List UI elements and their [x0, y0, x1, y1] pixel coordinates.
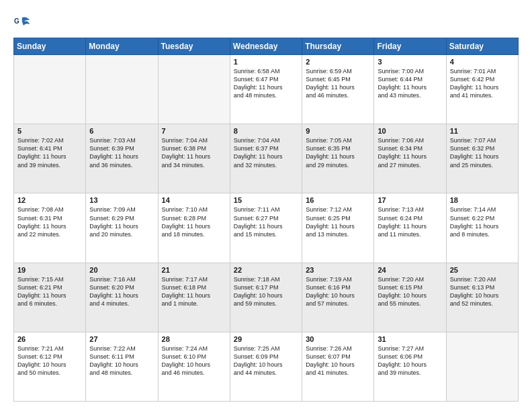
calendar-cell: 17Sunrise: 7:13 AM Sunset: 6:24 PM Dayli… [374, 193, 446, 263]
day-number: 23 [306, 266, 370, 274]
weekday-sunday: Sunday [14, 38, 86, 55]
calendar-cell: 23Sunrise: 7:19 AM Sunset: 6:16 PM Dayli… [302, 263, 374, 332]
calendar-cell: 26Sunrise: 7:21 AM Sunset: 6:12 PM Dayli… [14, 332, 86, 401]
calendar-cell: 4Sunrise: 7:01 AM Sunset: 6:42 PM Daylig… [446, 55, 518, 124]
day-number: 11 [450, 127, 515, 135]
day-info: Sunrise: 6:59 AM Sunset: 6:45 PM Dayligh… [306, 67, 370, 100]
week-row-3: 12Sunrise: 7:08 AM Sunset: 6:31 PM Dayli… [14, 193, 519, 263]
day-info: Sunrise: 7:19 AM Sunset: 6:16 PM Dayligh… [306, 275, 370, 308]
day-number: 16 [306, 196, 370, 204]
day-number: 30 [306, 335, 370, 343]
day-info: Sunrise: 7:13 AM Sunset: 6:24 PM Dayligh… [378, 205, 442, 238]
day-number: 7 [162, 127, 226, 135]
weekday-thursday: Thursday [302, 38, 374, 55]
day-info: Sunrise: 7:15 AM Sunset: 6:21 PM Dayligh… [17, 275, 82, 308]
calendar-cell: 28Sunrise: 7:24 AM Sunset: 6:10 PM Dayli… [158, 332, 230, 401]
day-number: 19 [17, 266, 82, 274]
calendar-cell: 31Sunrise: 7:27 AM Sunset: 6:06 PM Dayli… [374, 332, 446, 401]
calendar-cell: 25Sunrise: 7:20 AM Sunset: 6:13 PM Dayli… [446, 263, 518, 332]
calendar-cell [158, 55, 230, 124]
day-number: 18 [450, 196, 515, 204]
calendar-cell: 2Sunrise: 6:59 AM Sunset: 6:45 PM Daylig… [302, 55, 374, 124]
day-info: Sunrise: 7:07 AM Sunset: 6:32 PM Dayligh… [450, 136, 515, 169]
page: G SundayMondayTuesdayWednesdayThursdayFr… [0, 0, 532, 411]
calendar-cell: 15Sunrise: 7:11 AM Sunset: 6:27 PM Dayli… [230, 193, 302, 263]
calendar-cell: 1Sunrise: 6:58 AM Sunset: 6:47 PM Daylig… [230, 55, 302, 124]
logo: G [13, 15, 33, 32]
day-info: Sunrise: 7:06 AM Sunset: 6:34 PM Dayligh… [378, 136, 442, 169]
day-info: Sunrise: 7:27 AM Sunset: 6:06 PM Dayligh… [378, 345, 442, 377]
day-info: Sunrise: 7:09 AM Sunset: 6:29 PM Dayligh… [89, 205, 154, 238]
weekday-saturday: Saturday [446, 38, 518, 55]
day-number: 20 [89, 266, 154, 274]
calendar-cell: 27Sunrise: 7:22 AM Sunset: 6:11 PM Dayli… [86, 332, 158, 401]
day-number: 8 [234, 127, 298, 135]
day-number: 12 [17, 196, 82, 204]
calendar-cell: 7Sunrise: 7:04 AM Sunset: 6:38 PM Daylig… [158, 124, 230, 193]
day-number: 26 [17, 335, 82, 343]
calendar-cell: 24Sunrise: 7:20 AM Sunset: 6:15 PM Dayli… [374, 263, 446, 332]
day-info: Sunrise: 7:16 AM Sunset: 6:20 PM Dayligh… [89, 275, 154, 308]
day-number: 27 [89, 335, 154, 343]
day-number: 14 [162, 196, 226, 204]
day-info: Sunrise: 7:20 AM Sunset: 6:13 PM Dayligh… [450, 275, 515, 308]
day-info: Sunrise: 7:26 AM Sunset: 6:07 PM Dayligh… [306, 345, 370, 377]
week-row-2: 5Sunrise: 7:02 AM Sunset: 6:41 PM Daylig… [14, 124, 519, 193]
day-number: 10 [378, 127, 442, 135]
day-info: Sunrise: 7:11 AM Sunset: 6:27 PM Dayligh… [234, 205, 298, 238]
day-number: 28 [162, 335, 226, 343]
day-number: 29 [234, 335, 298, 343]
day-info: Sunrise: 7:00 AM Sunset: 6:44 PM Dayligh… [378, 67, 442, 100]
header: G [13, 12, 519, 32]
calendar-cell: 13Sunrise: 7:09 AM Sunset: 6:29 PM Dayli… [86, 193, 158, 263]
weekday-wednesday: Wednesday [230, 38, 302, 55]
day-info: Sunrise: 6:58 AM Sunset: 6:47 PM Dayligh… [234, 67, 298, 100]
day-number: 15 [234, 196, 298, 204]
svg-text:G: G [14, 17, 19, 25]
day-number: 1 [234, 58, 298, 66]
calendar-cell: 3Sunrise: 7:00 AM Sunset: 6:44 PM Daylig… [374, 55, 446, 124]
day-info: Sunrise: 7:02 AM Sunset: 6:41 PM Dayligh… [17, 136, 82, 169]
calendar-cell: 12Sunrise: 7:08 AM Sunset: 6:31 PM Dayli… [14, 193, 86, 263]
day-info: Sunrise: 7:22 AM Sunset: 6:11 PM Dayligh… [89, 345, 154, 377]
week-row-5: 26Sunrise: 7:21 AM Sunset: 6:12 PM Dayli… [14, 332, 519, 401]
day-info: Sunrise: 7:18 AM Sunset: 6:17 PM Dayligh… [234, 275, 298, 308]
calendar-cell: 20Sunrise: 7:16 AM Sunset: 6:20 PM Dayli… [86, 263, 158, 332]
day-number: 3 [378, 58, 442, 66]
day-number: 13 [89, 196, 154, 204]
week-row-4: 19Sunrise: 7:15 AM Sunset: 6:21 PM Dayli… [14, 263, 519, 332]
calendar-cell: 5Sunrise: 7:02 AM Sunset: 6:41 PM Daylig… [14, 124, 86, 193]
day-info: Sunrise: 7:04 AM Sunset: 6:37 PM Dayligh… [234, 136, 298, 169]
calendar-cell: 11Sunrise: 7:07 AM Sunset: 6:32 PM Dayli… [446, 124, 518, 193]
day-info: Sunrise: 7:14 AM Sunset: 6:22 PM Dayligh… [450, 205, 515, 238]
weekday-tuesday: Tuesday [158, 38, 230, 55]
day-number: 5 [17, 127, 82, 135]
calendar-cell: 9Sunrise: 7:05 AM Sunset: 6:35 PM Daylig… [302, 124, 374, 193]
weekday-monday: Monday [86, 38, 158, 55]
day-info: Sunrise: 7:24 AM Sunset: 6:10 PM Dayligh… [162, 345, 226, 377]
day-info: Sunrise: 7:10 AM Sunset: 6:28 PM Dayligh… [162, 205, 226, 238]
week-row-1: 1Sunrise: 6:58 AM Sunset: 6:47 PM Daylig… [14, 55, 519, 124]
day-number: 24 [378, 266, 442, 274]
weekday-friday: Friday [374, 38, 446, 55]
day-info: Sunrise: 7:17 AM Sunset: 6:18 PM Dayligh… [162, 275, 226, 308]
calendar-cell [14, 55, 86, 124]
weekday-header-row: SundayMondayTuesdayWednesdayThursdayFrid… [14, 38, 519, 55]
calendar-cell: 8Sunrise: 7:04 AM Sunset: 6:37 PM Daylig… [230, 124, 302, 193]
day-info: Sunrise: 7:01 AM Sunset: 6:42 PM Dayligh… [450, 67, 515, 100]
day-number: 2 [306, 58, 370, 66]
day-number: 6 [89, 127, 154, 135]
calendar-cell: 29Sunrise: 7:25 AM Sunset: 6:09 PM Dayli… [230, 332, 302, 401]
day-info: Sunrise: 7:21 AM Sunset: 6:12 PM Dayligh… [17, 345, 82, 377]
logo-icon: G [13, 15, 31, 32]
day-number: 21 [162, 266, 226, 274]
day-number: 25 [450, 266, 515, 274]
day-info: Sunrise: 7:04 AM Sunset: 6:38 PM Dayligh… [162, 136, 226, 169]
calendar-cell: 6Sunrise: 7:03 AM Sunset: 6:39 PM Daylig… [86, 124, 158, 193]
day-number: 9 [306, 127, 370, 135]
calendar-cell: 19Sunrise: 7:15 AM Sunset: 6:21 PM Dayli… [14, 263, 86, 332]
calendar-cell [86, 55, 158, 124]
calendar-cell: 18Sunrise: 7:14 AM Sunset: 6:22 PM Dayli… [446, 193, 518, 263]
calendar-cell: 16Sunrise: 7:12 AM Sunset: 6:25 PM Dayli… [302, 193, 374, 263]
day-info: Sunrise: 7:05 AM Sunset: 6:35 PM Dayligh… [306, 136, 370, 169]
